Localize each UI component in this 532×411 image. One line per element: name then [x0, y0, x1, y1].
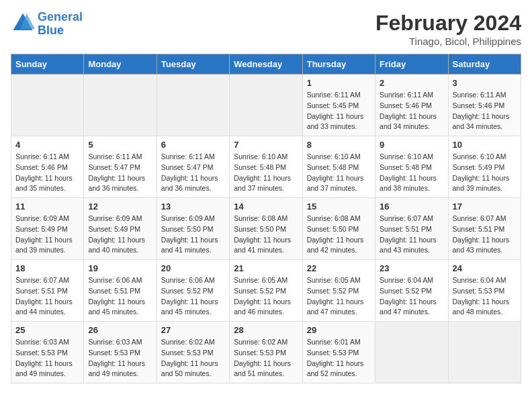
header-wednesday: Wednesday	[230, 54, 302, 75]
week-row-2: 11Sunrise: 6:09 AMSunset: 5:49 PMDayligh…	[11, 198, 521, 260]
day-detail: Sunrise: 6:07 AMSunset: 5:51 PMDaylight:…	[453, 214, 517, 256]
calendar-cell: 25Sunrise: 6:03 AMSunset: 5:53 PMDayligh…	[11, 322, 84, 383]
calendar-cell	[11, 75, 84, 136]
day-number: 28	[234, 325, 298, 335]
day-number: 14	[234, 201, 298, 212]
day-number: 11	[15, 201, 79, 212]
header: General Blue February 2024 Tinago, Bicol…	[11, 11, 521, 47]
calendar-cell: 20Sunrise: 6:06 AMSunset: 5:52 PMDayligh…	[157, 260, 229, 322]
day-detail: Sunrise: 6:09 AMSunset: 5:49 PMDaylight:…	[88, 214, 152, 256]
subtitle: Tinago, Bicol, Philippines	[375, 36, 521, 47]
calendar-cell: 7Sunrise: 6:10 AMSunset: 5:48 PMDaylight…	[230, 136, 302, 198]
day-number: 15	[307, 201, 371, 212]
calendar-cell: 14Sunrise: 6:08 AMSunset: 5:50 PMDayligh…	[230, 198, 302, 260]
day-detail: Sunrise: 6:11 AMSunset: 5:47 PMDaylight:…	[161, 152, 225, 194]
header-monday: Monday	[84, 54, 157, 75]
calendar-cell: 21Sunrise: 6:05 AMSunset: 5:52 PMDayligh…	[230, 260, 302, 322]
calendar-cell: 10Sunrise: 6:10 AMSunset: 5:49 PMDayligh…	[448, 136, 521, 198]
day-number: 20	[161, 263, 225, 273]
day-detail: Sunrise: 6:02 AMSunset: 5:53 PMDaylight:…	[161, 337, 225, 379]
calendar-cell	[157, 75, 229, 136]
week-row-1: 4Sunrise: 6:11 AMSunset: 5:46 PMDaylight…	[11, 136, 521, 198]
day-number: 25	[15, 325, 79, 335]
calendar-cell: 6Sunrise: 6:11 AMSunset: 5:47 PMDaylight…	[157, 136, 229, 198]
calendar-cell: 13Sunrise: 6:09 AMSunset: 5:50 PMDayligh…	[157, 198, 229, 260]
day-number: 24	[453, 263, 517, 273]
day-number: 7	[234, 140, 298, 150]
calendar-cell: 2Sunrise: 6:11 AMSunset: 5:46 PMDaylight…	[375, 75, 448, 136]
calendar-cell: 11Sunrise: 6:09 AMSunset: 5:49 PMDayligh…	[11, 198, 84, 260]
day-detail: Sunrise: 6:05 AMSunset: 5:52 PMDaylight:…	[307, 275, 371, 318]
main-title: February 2024	[375, 11, 521, 36]
day-detail: Sunrise: 6:11 AMSunset: 5:45 PMDaylight:…	[307, 90, 371, 132]
day-detail: Sunrise: 6:07 AMSunset: 5:51 PMDaylight:…	[15, 275, 79, 318]
day-number: 5	[88, 140, 152, 150]
day-number: 10	[453, 140, 517, 150]
day-number: 26	[88, 325, 152, 335]
day-detail: Sunrise: 6:02 AMSunset: 5:53 PMDaylight:…	[234, 337, 298, 379]
calendar-cell: 5Sunrise: 6:11 AMSunset: 5:47 PMDaylight…	[84, 136, 157, 198]
calendar-cell: 8Sunrise: 6:10 AMSunset: 5:48 PMDaylight…	[302, 136, 375, 198]
calendar-cell: 9Sunrise: 6:10 AMSunset: 5:48 PMDaylight…	[375, 136, 448, 198]
day-number: 3	[453, 78, 517, 88]
day-number: 9	[380, 140, 443, 150]
calendar-cell: 24Sunrise: 6:04 AMSunset: 5:53 PMDayligh…	[448, 260, 521, 322]
calendar-header-row: SundayMondayTuesdayWednesdayThursdayFrid…	[11, 54, 521, 75]
header-tuesday: Tuesday	[157, 54, 229, 75]
day-detail: Sunrise: 6:11 AMSunset: 5:46 PMDaylight:…	[15, 152, 79, 194]
day-detail: Sunrise: 6:10 AMSunset: 5:48 PMDaylight:…	[234, 152, 298, 194]
header-friday: Friday	[375, 54, 448, 75]
calendar-cell: 15Sunrise: 6:08 AMSunset: 5:50 PMDayligh…	[302, 198, 375, 260]
day-detail: Sunrise: 6:07 AMSunset: 5:51 PMDaylight:…	[380, 214, 443, 256]
calendar-cell: 1Sunrise: 6:11 AMSunset: 5:45 PMDaylight…	[302, 75, 375, 136]
day-detail: Sunrise: 6:08 AMSunset: 5:50 PMDaylight:…	[234, 214, 298, 256]
day-number: 12	[88, 201, 152, 212]
calendar-cell: 19Sunrise: 6:06 AMSunset: 5:51 PMDayligh…	[84, 260, 157, 322]
title-area: February 2024 Tinago, Bicol, Philippines	[375, 11, 521, 47]
week-row-3: 18Sunrise: 6:07 AMSunset: 5:51 PMDayligh…	[11, 260, 521, 322]
day-number: 21	[234, 263, 298, 273]
day-detail: Sunrise: 6:04 AMSunset: 5:53 PMDaylight:…	[453, 275, 517, 318]
day-detail: Sunrise: 6:10 AMSunset: 5:48 PMDaylight:…	[380, 152, 443, 194]
calendar-cell: 12Sunrise: 6:09 AMSunset: 5:49 PMDayligh…	[84, 198, 157, 260]
calendar-cell: 23Sunrise: 6:04 AMSunset: 5:52 PMDayligh…	[375, 260, 448, 322]
day-detail: Sunrise: 6:06 AMSunset: 5:51 PMDaylight:…	[88, 275, 152, 318]
logo-text: General Blue	[38, 11, 83, 38]
day-number: 1	[307, 78, 371, 88]
day-number: 19	[88, 263, 152, 273]
calendar-cell	[84, 75, 157, 136]
day-number: 8	[307, 140, 371, 150]
calendar-cell: 18Sunrise: 6:07 AMSunset: 5:51 PMDayligh…	[11, 260, 84, 322]
calendar-cell: 3Sunrise: 6:11 AMSunset: 5:46 PMDaylight…	[448, 75, 521, 136]
calendar-cell: 28Sunrise: 6:02 AMSunset: 5:53 PMDayligh…	[230, 322, 302, 383]
day-number: 29	[307, 325, 371, 335]
logo-line2: Blue	[38, 24, 64, 37]
day-detail: Sunrise: 6:11 AMSunset: 5:46 PMDaylight:…	[453, 90, 517, 132]
calendar-cell	[375, 322, 448, 383]
day-detail: Sunrise: 6:06 AMSunset: 5:52 PMDaylight:…	[161, 275, 225, 318]
calendar-cell: 22Sunrise: 6:05 AMSunset: 5:52 PMDayligh…	[302, 260, 375, 322]
day-number: 17	[453, 201, 517, 212]
day-number: 18	[15, 263, 79, 273]
day-detail: Sunrise: 6:01 AMSunset: 5:53 PMDaylight:…	[307, 337, 371, 379]
calendar-table: SundayMondayTuesdayWednesdayThursdayFrid…	[11, 54, 521, 383]
week-row-4: 25Sunrise: 6:03 AMSunset: 5:53 PMDayligh…	[11, 322, 521, 383]
calendar-cell	[230, 75, 302, 136]
day-detail: Sunrise: 6:11 AMSunset: 5:46 PMDaylight:…	[380, 90, 443, 132]
day-detail: Sunrise: 6:03 AMSunset: 5:53 PMDaylight:…	[15, 337, 79, 379]
calendar-cell: 4Sunrise: 6:11 AMSunset: 5:46 PMDaylight…	[11, 136, 84, 198]
day-detail: Sunrise: 6:09 AMSunset: 5:50 PMDaylight:…	[161, 214, 225, 256]
day-number: 16	[380, 201, 443, 212]
day-number: 23	[380, 263, 443, 273]
calendar-cell: 29Sunrise: 6:01 AMSunset: 5:53 PMDayligh…	[302, 322, 375, 383]
calendar-cell: 16Sunrise: 6:07 AMSunset: 5:51 PMDayligh…	[375, 198, 448, 260]
day-detail: Sunrise: 6:05 AMSunset: 5:52 PMDaylight:…	[234, 275, 298, 318]
logo-icon	[11, 12, 35, 36]
day-number: 13	[161, 201, 225, 212]
day-detail: Sunrise: 6:04 AMSunset: 5:52 PMDaylight:…	[380, 275, 443, 318]
day-detail: Sunrise: 6:10 AMSunset: 5:49 PMDaylight:…	[453, 152, 517, 194]
day-number: 27	[161, 325, 225, 335]
day-detail: Sunrise: 6:10 AMSunset: 5:48 PMDaylight:…	[307, 152, 371, 194]
calendar-cell	[448, 322, 521, 383]
logo: General Blue	[11, 11, 83, 38]
